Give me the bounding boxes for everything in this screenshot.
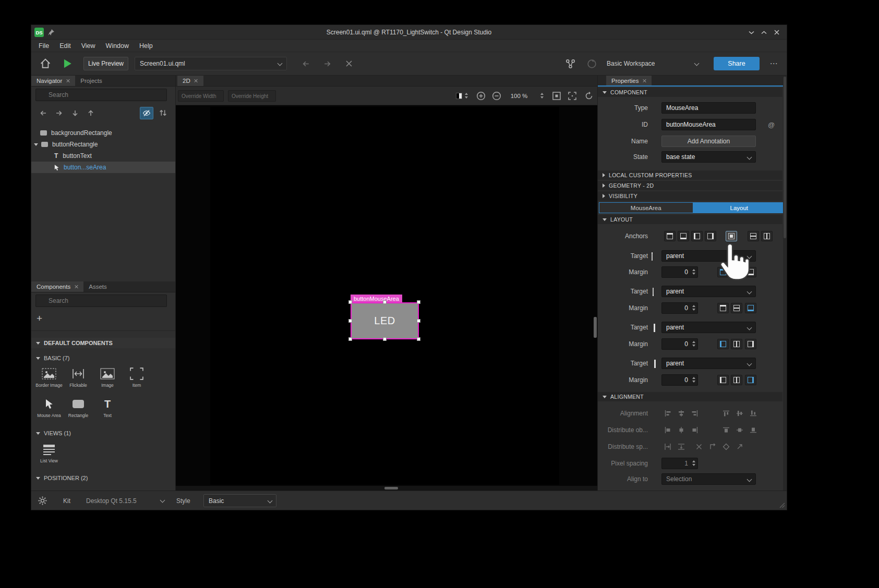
align-bottom-icon[interactable] [750,410,757,417]
forward-icon[interactable] [323,59,332,68]
distribute-none-icon[interactable] [695,443,703,450]
section-basic[interactable]: BASIC (7) [31,353,175,363]
menu-help[interactable]: Help [134,40,158,52]
components-search-input[interactable] [35,295,167,307]
properties-scrollbar[interactable] [783,76,787,491]
distribute-right-icon[interactable] [691,426,699,434]
section-default-components[interactable]: DEFAULT COMPONENTS [31,338,175,348]
menu-file[interactable]: File [33,40,54,52]
tree-item-buttonText[interactable]: T buttonText [31,150,175,162]
section-layout[interactable]: LAYOUT [598,215,782,224]
margin-right-input[interactable]: 0 [661,374,698,386]
distribute-center-v-icon[interactable] [736,426,743,434]
component-border-image[interactable]: Border Image [34,365,64,393]
resize-handle[interactable] [417,337,420,341]
live-preview-button[interactable]: Live Preview [83,57,128,70]
anchor-left-button[interactable] [691,231,703,241]
resize-handle[interactable] [383,337,387,341]
navigator-search-input[interactable] [35,89,167,101]
run-icon[interactable] [62,58,73,69]
close-tab-icon[interactable] [74,285,78,289]
annotation-at-icon[interactable]: @ [768,119,775,130]
anchor-edge-center-button[interactable] [731,375,742,385]
stepper-icon[interactable] [692,460,695,466]
tab-layout[interactable]: Layout [693,203,786,213]
distribute-diagonal-icon[interactable] [736,443,743,450]
anchor-edge-bottom-button[interactable] [745,303,756,313]
tree-item-buttonRectangle[interactable]: buttonRectangle [31,139,175,150]
toggle-visibility-filter-button[interactable] [140,107,153,119]
section-local-custom-properties[interactable]: LOCAL CUSTOM PROPERTIES [598,170,782,180]
move-down-icon[interactable] [71,109,79,117]
target-bottom-dropdown[interactable]: parent [661,286,756,297]
anchor-edge-center-button[interactable] [731,339,742,349]
menu-view[interactable]: View [76,40,101,52]
close-tab-icon[interactable] [642,79,646,83]
add-component-button[interactable]: + [37,311,51,326]
move-right-icon[interactable] [55,109,63,117]
section-visibility[interactable]: VISIBILITY [598,191,782,201]
settings-gear-icon[interactable] [38,496,47,506]
target-right-dropdown[interactable]: parent [661,358,756,369]
distribute-center-h-icon[interactable] [678,426,685,434]
distribute-spacing-h-icon[interactable] [664,443,671,450]
scrollbar-thumb[interactable] [384,487,398,489]
anchor-edge-right-button[interactable] [745,375,756,385]
distribute-top-icon[interactable] [723,426,730,434]
add-annotation-button[interactable]: Add Annotation [661,136,756,147]
override-width-input[interactable] [178,90,224,102]
align-to-dropdown[interactable]: Selection [661,473,756,485]
zoom-stepper-icon[interactable] [540,93,544,99]
tab-assets[interactable]: Assets [83,281,112,292]
resize-handle[interactable] [348,300,352,304]
scrollbar-thumb[interactable] [784,77,786,238]
state-dropdown[interactable]: base state [661,151,756,163]
align-vertical-center-icon[interactable] [736,410,743,417]
tab-components[interactable]: Components [31,281,83,292]
kit-selector[interactable]: Desktop Qt 5.15.5 [86,494,164,507]
section-positioner[interactable]: POSITIONER (2) [31,473,175,483]
anchor-edge-left-button[interactable] [717,375,729,385]
close-tab-icon[interactable] [194,79,198,83]
anchor-edge-center-button[interactable] [731,303,742,313]
open-file-selector[interactable]: Screen01.ui.qml [135,57,287,70]
tab-navigator[interactable]: Navigator [31,76,75,86]
canvas-viewport[interactable]: buttonMouseArea LED [176,105,597,491]
tab-2d[interactable]: 2D [177,76,203,86]
section-alignment[interactable]: ALIGNMENT [598,392,782,401]
background-color-icon[interactable] [456,93,462,99]
more-options-button[interactable]: ⋯ [766,57,781,70]
component-text[interactable]: T Text [93,395,122,423]
section-component[interactable]: COMPONENT [598,88,782,97]
align-left-icon[interactable] [664,410,671,417]
reorder-icon[interactable] [159,108,167,117]
stepper-icon[interactable] [692,341,695,347]
zoom-in-icon[interactable] [476,91,486,101]
margin-left-input[interactable]: 0 [661,338,698,350]
margin-top-input[interactable]: 0 [661,266,698,278]
fit-selection-icon[interactable] [552,91,561,101]
component-image[interactable]: Image [93,365,122,393]
refresh-icon[interactable] [584,91,594,101]
led-button-item[interactable]: LED [351,302,419,339]
tab-projects[interactable]: Projects [75,76,107,86]
distribute-corner-icon[interactable] [709,443,716,450]
move-up-icon[interactable] [87,109,95,117]
anchor-bottom-button[interactable] [678,231,689,241]
minimize-button[interactable] [745,27,757,38]
home-icon[interactable] [39,57,52,70]
stepper-icon[interactable] [692,269,695,275]
distribute-spacing-v-icon[interactable] [678,443,685,450]
menu-edit[interactable]: Edit [54,40,76,52]
id-field[interactable]: buttonMouseArea [661,119,756,130]
anchor-edge-right-button[interactable] [745,339,756,349]
override-height-input[interactable] [228,90,276,102]
fit-screen-icon[interactable] [568,91,577,101]
target-left-dropdown[interactable]: parent [661,322,756,333]
type-field[interactable]: MouseArea [661,102,756,114]
distribute-left-icon[interactable] [664,426,671,434]
align-top-icon[interactable] [723,410,730,417]
zoom-out-icon[interactable] [492,91,501,101]
stepper-icon[interactable] [692,377,695,383]
anchor-right-button[interactable] [705,231,716,241]
